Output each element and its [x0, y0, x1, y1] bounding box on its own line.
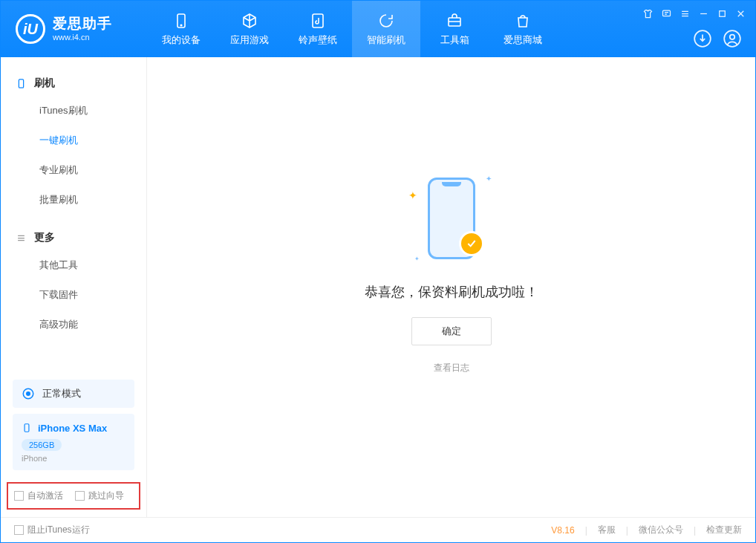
window-controls — [642, 8, 746, 19]
tab-store[interactable]: 爱思商城 — [489, 1, 557, 57]
sidebar-item-itunes[interactable]: iTunes刷机 — [1, 96, 146, 126]
separator: | — [694, 525, 696, 536]
refresh-shield-icon — [377, 12, 395, 30]
device-name-row: iPhone XS Max — [22, 421, 126, 435]
sparkle-icon: ✦ — [414, 256, 420, 262]
list-icon — [16, 233, 27, 244]
tab-flash[interactable]: 智能刷机 — [352, 1, 420, 57]
download-icon[interactable] — [693, 29, 712, 48]
sidebar-item-advanced[interactable]: 高级功能 — [1, 310, 146, 339]
sidebar-item-pro[interactable]: 专业刷机 — [1, 155, 146, 185]
svg-point-8 — [730, 35, 735, 40]
wechat-link[interactable]: 微信公众号 — [639, 524, 683, 536]
bag-icon — [514, 12, 532, 30]
group-label: 更多 — [34, 231, 55, 244]
tab-label: 我的设备 — [162, 33, 201, 47]
svg-rect-9 — [19, 79, 23, 87]
footer-right: V8.16 | 客服 | 微信公众号 | 检查更新 — [551, 524, 742, 536]
success-illustration: ✦ ✦ ✦ — [407, 170, 496, 267]
header: iU 爱思助手 www.i4.cn 我的设备 应用游戏 铃声壁纸 智能刷机 — [1, 1, 755, 57]
highlighted-checks: 自动激活 跳过向导 — [7, 482, 140, 510]
sidebar-group-more: 更多 — [1, 225, 146, 250]
sidebar-item-other[interactable]: 其他工具 — [1, 250, 146, 280]
svg-rect-2 — [313, 14, 323, 27]
svg-rect-4 — [663, 10, 671, 16]
device-small-icon — [16, 78, 27, 89]
check-badge-icon — [459, 231, 484, 256]
music-file-icon — [309, 12, 327, 30]
svg-point-1 — [180, 25, 182, 26]
tab-label: 智能刷机 — [367, 33, 405, 47]
sparkle-icon: ✦ — [408, 189, 417, 201]
checkbox-label: 自动激活 — [27, 490, 63, 502]
svg-rect-5 — [720, 11, 726, 17]
device-box[interactable]: iPhone XS Max 256GB iPhone — [13, 414, 134, 470]
footer: 阻止iTunes运行 V8.16 | 客服 | 微信公众号 | 检查更新 — [1, 517, 755, 542]
app-title: 爱思助手 — [53, 16, 112, 33]
tab-label: 工具箱 — [440, 33, 469, 47]
phone-notch — [442, 182, 461, 186]
close-icon[interactable] — [735, 8, 746, 19]
app-subtitle: www.i4.cn — [53, 33, 112, 42]
tab-apps[interactable]: 应用游戏 — [215, 1, 284, 57]
feedback-icon[interactable] — [661, 8, 672, 19]
group-label: 刷机 — [34, 77, 55, 90]
checkbox-box — [75, 491, 85, 501]
success-message: 恭喜您，保资料刷机成功啦！ — [365, 283, 538, 301]
view-log-link[interactable]: 查看日志 — [434, 362, 469, 374]
logo-area: iU 爱思助手 www.i4.cn — [1, 1, 147, 57]
tab-ringtone[interactable]: 铃声壁纸 — [284, 1, 352, 57]
version-label: V8.16 — [551, 525, 574, 536]
toolbox-icon — [446, 12, 463, 30]
sidebar-item-firmware[interactable]: 下载固件 — [1, 280, 146, 310]
svg-point-7 — [724, 30, 740, 47]
tab-label: 铃声壁纸 — [299, 33, 337, 47]
menu-icon[interactable] — [680, 8, 691, 19]
svg-point-11 — [27, 392, 30, 396]
checkbox-box — [14, 491, 24, 501]
separator: | — [585, 525, 587, 536]
logo-icon: iU — [16, 14, 45, 44]
tab-label: 爱思商城 — [504, 33, 542, 47]
support-link[interactable]: 客服 — [598, 524, 616, 536]
sidebar-item-batch[interactable]: 批量刷机 — [1, 185, 146, 215]
checkbox-label: 跳过向导 — [88, 490, 124, 502]
sidebar-item-onekey[interactable]: 一键刷机 — [1, 126, 146, 155]
sparkle-icon: ✦ — [486, 175, 492, 183]
app-window: iU 爱思助手 www.i4.cn 我的设备 应用游戏 铃声壁纸 智能刷机 — [0, 0, 756, 543]
logo-text: 爱思助手 www.i4.cn — [53, 16, 112, 42]
skin-icon[interactable] — [642, 8, 654, 19]
maximize-icon[interactable] — [717, 8, 728, 19]
user-icon[interactable] — [723, 29, 742, 48]
mode-box[interactable]: 正常模式 — [13, 380, 134, 408]
tab-toolbox[interactable]: 工具箱 — [420, 1, 489, 57]
phone-icon — [172, 12, 190, 30]
separator: | — [626, 525, 628, 536]
update-link[interactable]: 检查更新 — [706, 524, 742, 536]
tabs: 我的设备 应用游戏 铃声壁纸 智能刷机 工具箱 爱思商城 — [147, 1, 557, 57]
device-capacity: 256GB — [22, 439, 62, 451]
minimize-icon[interactable] — [698, 8, 709, 19]
header-actions — [693, 29, 742, 48]
checkbox-block-itunes[interactable]: 阻止iTunes运行 — [14, 524, 90, 536]
mode-icon — [22, 387, 35, 400]
checkbox-auto-activate[interactable]: 自动激活 — [14, 490, 63, 502]
main-content: ✦ ✦ ✦ 恭喜您，保资料刷机成功啦！ 确定 查看日志 — [147, 57, 755, 517]
mode-label: 正常模式 — [42, 387, 81, 400]
device-name: iPhone XS Max — [38, 423, 107, 434]
device-line: iPhone — [22, 454, 126, 463]
sidebar: 刷机 iTunes刷机 一键刷机 专业刷机 批量刷机 更多 其他工具 下载固件 … — [1, 57, 147, 517]
svg-rect-12 — [25, 424, 29, 432]
checkbox-skip-guide[interactable]: 跳过向导 — [75, 490, 124, 502]
checkbox-label: 阻止iTunes运行 — [27, 524, 90, 536]
phone-small-icon — [22, 421, 32, 435]
footer-left: 阻止iTunes运行 — [14, 524, 90, 536]
checkbox-box — [14, 525, 24, 535]
body: 刷机 iTunes刷机 一键刷机 专业刷机 批量刷机 更多 其他工具 下载固件 … — [1, 57, 755, 517]
cube-icon — [241, 12, 258, 30]
tab-device[interactable]: 我的设备 — [147, 1, 215, 57]
tab-label: 应用游戏 — [230, 33, 269, 47]
confirm-button[interactable]: 确定 — [411, 317, 492, 345]
sidebar-group-flash: 刷机 — [1, 71, 146, 96]
